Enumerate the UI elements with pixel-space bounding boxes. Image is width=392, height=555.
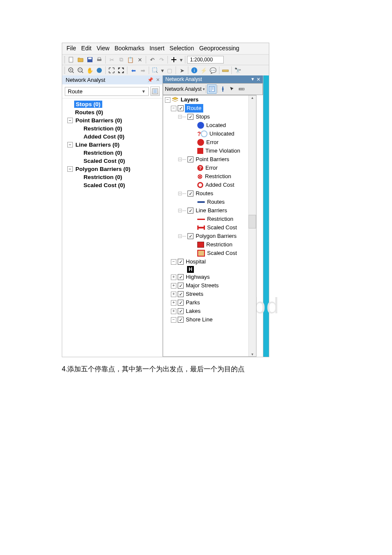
toc-lakes[interactable]: +Lakes	[163, 307, 256, 315]
na-floatbar-menu[interactable]: Network Analyst	[165, 86, 205, 92]
close-icon[interactable]: ✕	[156, 77, 160, 83]
measure-icon[interactable]	[221, 66, 230, 75]
toc-streets[interactable]: +Streets	[163, 290, 256, 298]
svg-rect-4	[98, 58, 101, 59]
na-layer-combo[interactable]: Route ▼	[65, 87, 149, 96]
toc-located: Located	[163, 121, 256, 130]
select-features-icon[interactable]	[151, 66, 159, 75]
table-of-contents: −Layers −Route ⊟─Stops Located ?Unlocate…	[163, 95, 257, 357]
toc-stops[interactable]: ⊟─Stops	[163, 113, 256, 121]
toc-shore[interactable]: −Shore Line	[163, 315, 256, 324]
back-icon[interactable]: ⬅	[129, 66, 138, 75]
menu-file[interactable]: File	[66, 45, 76, 52]
na-item-point-barriers[interactable]: −Point Barriers (0)	[62, 116, 162, 124]
na-item-pb-added-cost[interactable]: Added Cost (0)	[62, 133, 162, 141]
na-properties-button[interactable]	[150, 87, 160, 96]
toc-layers[interactable]: −Layers	[163, 95, 256, 104]
identify-icon[interactable]: i	[190, 66, 199, 75]
na-item-lb-scaled-cost[interactable]: Scaled Cost (0)	[62, 157, 162, 165]
save-icon[interactable]	[86, 55, 94, 64]
toc-point-barriers[interactable]: ⊟─Point Barriers	[163, 155, 256, 164]
checkbox-icon[interactable]	[178, 105, 184, 111]
pan-icon[interactable]: ✋	[86, 66, 94, 75]
na-window-button[interactable]	[207, 84, 216, 94]
scroll-up-icon[interactable]: ▴	[249, 95, 256, 100]
dropdown-arrow-icon[interactable]: ▾	[160, 66, 164, 75]
checkbox-icon[interactable]	[187, 114, 193, 120]
menu-bookmarks[interactable]: Bookmarks	[115, 45, 144, 52]
toc-gb-restriction: Restriction	[163, 240, 256, 249]
na-item-gb-scaled-cost[interactable]: Scaled Cost (0)	[62, 181, 162, 189]
full-extent-icon[interactable]	[95, 66, 104, 75]
svg-rect-11	[222, 70, 228, 72]
toc-pb-error: ?Error	[163, 164, 256, 172]
menu-view[interactable]: View	[97, 45, 110, 52]
paste-icon[interactable]: 📋	[126, 55, 135, 64]
svg-text:i: i	[194, 68, 195, 73]
create-location-button[interactable]	[219, 85, 227, 93]
redo-icon: ↷	[157, 55, 166, 64]
clear-selection-icon: ▢	[165, 66, 174, 75]
na-combo-value: Route	[68, 88, 83, 95]
menu-insert[interactable]: Insert	[150, 45, 164, 52]
menu-edit[interactable]: Edit	[81, 45, 92, 52]
zoom-out-icon[interactable]	[76, 66, 85, 75]
checkbox-icon[interactable]	[187, 208, 193, 214]
undo-icon[interactable]: ↶	[148, 55, 156, 64]
na-tree: Stops (0) Routes (0) −Point Barriers (0)…	[62, 98, 162, 357]
dropdown-arrow-icon[interactable]: ▾	[179, 55, 183, 64]
new-icon[interactable]	[67, 55, 75, 64]
na-item-stops[interactable]: Stops (0)	[62, 100, 162, 108]
float-dropdown-icon[interactable]: ▼	[251, 77, 255, 82]
pin-icon[interactable]: 📌	[147, 77, 153, 83]
checkbox-icon[interactable]	[178, 291, 184, 297]
checkbox-icon[interactable]	[187, 191, 193, 197]
chevron-down-icon: ▼	[141, 89, 146, 94]
toolbar-grip	[64, 56, 65, 63]
na-item-polygon-barriers[interactable]: −Polygon Barriers (0)	[62, 165, 162, 173]
toc-time-violation: Time Violation	[163, 147, 256, 155]
find-icon[interactable]: 🔭	[233, 66, 242, 75]
fixed-zoom-in-icon[interactable]	[107, 66, 116, 75]
toc-polygon-barriers[interactable]: ⊟─Polygon Barriers	[163, 232, 256, 240]
float-close-icon[interactable]: ✕	[257, 77, 260, 82]
scale-input[interactable]: 1:200,000	[187, 56, 224, 64]
add-data-icon[interactable]	[170, 55, 178, 64]
toc-highways[interactable]: +Highways	[163, 273, 256, 281]
checkbox-icon[interactable]	[187, 233, 193, 239]
menu-geoprocessing[interactable]: Geoprocessing	[199, 45, 239, 52]
scrollbar-thumb[interactable]	[248, 215, 256, 228]
na-item-line-barriers[interactable]: −Line Barriers (0)	[62, 141, 162, 149]
copy-icon: ⧉	[117, 55, 125, 64]
na-item-lb-restriction[interactable]: Restriction (0)	[62, 149, 162, 157]
checkbox-icon[interactable]	[178, 283, 184, 289]
checkbox-icon[interactable]	[178, 259, 184, 265]
open-icon[interactable]	[76, 55, 85, 64]
toc-parks[interactable]: +Parks	[163, 298, 256, 307]
na-item-gb-restriction[interactable]: Restriction (0)	[62, 173, 162, 181]
scroll-down-icon[interactable]: ▾	[249, 352, 256, 356]
checkbox-icon[interactable]	[178, 300, 184, 306]
toc-hospital[interactable]: −Hospital	[163, 257, 256, 266]
question-icon: ?	[197, 165, 203, 171]
checkbox-icon[interactable]	[187, 156, 193, 162]
checkbox-icon[interactable]	[178, 274, 184, 280]
menu-selection[interactable]: Selection	[170, 45, 194, 52]
delete-icon[interactable]: ✕	[135, 55, 144, 64]
checkbox-icon[interactable]	[178, 317, 184, 323]
select-move-button[interactable]	[228, 85, 236, 93]
toc-line-barriers[interactable]: ⊟─Line Barriers	[163, 206, 256, 215]
solve-button[interactable]	[237, 85, 246, 93]
toc-routes[interactable]: ⊟─Routes	[163, 189, 256, 198]
checkbox-icon[interactable]	[178, 308, 184, 314]
fixed-zoom-out-icon[interactable]	[117, 66, 125, 75]
toc-route[interactable]: −Route	[163, 104, 256, 113]
hyperlink-icon: ⚡	[199, 66, 208, 75]
pointer-icon[interactable]: ➤	[178, 66, 186, 75]
html-popup-icon[interactable]: 💬	[209, 66, 217, 75]
zoom-in-icon[interactable]	[67, 66, 75, 75]
print-icon[interactable]	[95, 55, 104, 64]
na-item-routes[interactable]: Routes (0)	[62, 108, 162, 116]
toc-major-streets[interactable]: +Major Streets	[163, 281, 256, 290]
na-item-pb-restriction[interactable]: Restriction (0)	[62, 124, 162, 133]
